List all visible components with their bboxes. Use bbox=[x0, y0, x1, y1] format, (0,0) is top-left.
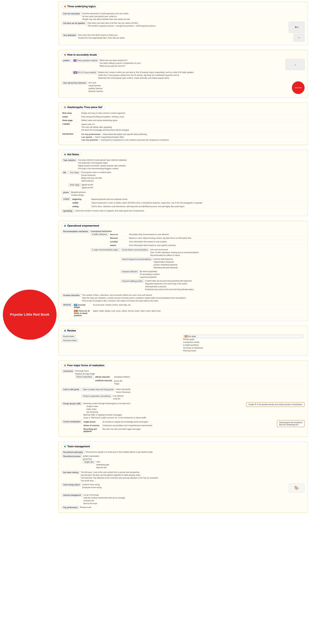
sf-point2: Over 10,000 collections, sharing and re-… bbox=[150, 251, 305, 254]
horse-icon-box: 🐎 bbox=[289, 483, 305, 493]
three-recommendation-content: Social fission recommendation Like and r… bbox=[121, 248, 305, 292]
cash-in-goods-content: Open a potato shop and bring goods Notes… bbox=[81, 388, 305, 401]
narcissistic-point2: No one cares how perfect your content is… bbox=[82, 15, 305, 18]
brand-review-label: Brand review bbox=[62, 335, 76, 338]
beginning-label: beginning bbox=[72, 198, 91, 200]
official-channels-label: official channels bbox=[94, 376, 113, 378]
search-label: search bbox=[109, 244, 128, 247]
ka-point3: Add keywords to pictures bbox=[145, 285, 305, 288]
ts-point1: Focusing method to build popular topic s… bbox=[78, 159, 305, 162]
fm-point3: Determine the most popular topic content… bbox=[98, 77, 305, 80]
picture-row: picture Beautiful pictures Finalize desi… bbox=[62, 191, 305, 196]
operational-dot bbox=[64, 225, 66, 227]
uc-item1: group site bbox=[114, 380, 304, 382]
single-lesson-text: 40 minutes to explain the knowledge poin… bbox=[102, 420, 277, 423]
sweet-potatoes-badge: 🍠 bbox=[74, 310, 78, 312]
recruitment-philosophy-label: Recruitment philosophy bbox=[62, 450, 84, 454]
account-weight-row: ☑ Account weight Account level: number o… bbox=[73, 303, 305, 309]
nh-point3: auditory hammer bbox=[88, 87, 292, 90]
private-domain-content: Generate content through Xiaohongshu to … bbox=[83, 402, 246, 419]
focus-method-row: 10 10-3-1 Focus method Explore the 3 are… bbox=[72, 71, 305, 80]
introduction-row: Introduction I'm very professional — Dat… bbox=[62, 132, 305, 142]
brand-cooperation-row: Brand cooperation official channels Dand… bbox=[75, 375, 305, 386]
fs-point1: Find popular notes on related topics bbox=[81, 171, 305, 174]
pic-point1: Beautiful pictures bbox=[71, 191, 305, 194]
recruitment-philosophy-row: Recruitment philosophy Trial and error q… bbox=[62, 450, 305, 454]
keyword-selection-label: Keyword selection bbox=[121, 270, 139, 273]
rpr-written: written examination bbox=[83, 455, 305, 458]
brand-cooperation-label: Brand cooperation bbox=[75, 375, 93, 378]
sweet-potatoes-label: 🍠 There are 10 levels of sweet potatoes bbox=[73, 310, 92, 317]
pd-type2: Video notes bbox=[86, 408, 246, 411]
keyword-selection-content: By search popularity Fit according to co… bbox=[140, 270, 305, 278]
avatar-row: avatar Real and good-looking (recognitio… bbox=[62, 115, 305, 119]
sf-point1: Like and recommend bbox=[150, 248, 305, 251]
commercial-row: commercial Exchange Items Replace all co… bbox=[62, 370, 305, 387]
narcissistic-point3: People only care about whether their own… bbox=[82, 18, 305, 21]
focus-method-badge: 10 bbox=[73, 72, 77, 74]
series-courses-text: Continuous accumulation and comprehensiv… bbox=[102, 424, 277, 427]
product-cooperation-row: Product cooperation and delivery Live de… bbox=[81, 394, 305, 400]
five-steps-badge: 5 bbox=[185, 335, 187, 338]
rpr-group: group face bbox=[83, 458, 305, 460]
focus-on-row: focus on Information flow formed based o… bbox=[109, 233, 305, 236]
single-idea-label: Single idea bbox=[83, 460, 95, 464]
content-row: content beginning Repeat keywords and us… bbox=[62, 198, 305, 208]
operational-title-text: Operational empowerment bbox=[67, 224, 99, 227]
replace-copy: Replace all copy image bbox=[75, 372, 305, 375]
product-cooperation-label: Product cooperation and delivery bbox=[81, 394, 112, 398]
beginning-content: Repeat keywords and use emphasis words bbox=[91, 198, 305, 200]
typesetting-text: Control the number of words; learn to se… bbox=[75, 209, 305, 212]
ts-point2: Use keywords to find popular topics bbox=[78, 162, 305, 164]
pc-item2: small list bbox=[113, 397, 305, 400]
three-recommendation-label: 3 major recommendation logics bbox=[91, 248, 120, 251]
ts-point3: Highly praised comments, expand popular … bbox=[78, 164, 305, 167]
team-management-title: Team management bbox=[62, 444, 92, 449]
fs-point2: Extract keywords bbox=[81, 174, 305, 177]
horse-icon: 🐎 bbox=[294, 486, 299, 490]
product-cooperation-content: Live delivery small list bbox=[113, 394, 305, 400]
narcissistic-row: Don't be narcissistic Find the intersect… bbox=[62, 12, 305, 21]
ending-row: ending Call for likes, collections and i… bbox=[72, 205, 305, 208]
hot-notes-section: Hot Notes Topic selection Focusing metho… bbox=[58, 150, 308, 216]
pd-content-types: Graphic notes Video notes live streaming bbox=[86, 405, 246, 414]
middle-label: middle bbox=[72, 202, 91, 204]
tq-point1: What have you been praised for? bbox=[100, 59, 286, 62]
cash-in-goods-row: Cash in with goods Open a potato shop an… bbox=[62, 388, 305, 401]
locate-title-text: How to accurately locate bbox=[67, 54, 97, 56]
discover-row: Discover Based on users' daily browsing … bbox=[109, 236, 305, 240]
middle-row: middle Search keywords in notes on Baidu… bbox=[72, 201, 305, 205]
topic-selection-label: Topic selection bbox=[62, 159, 77, 162]
three-questions-label: 3 Three questions method bbox=[72, 59, 99, 62]
course-monetization-content: single lesson 40 minutes to explain the … bbox=[83, 420, 277, 433]
increase-interaction-content: The number of likes, collections, and co… bbox=[82, 294, 305, 302]
focus-method-content: Explore the 3 areas in which you are bes… bbox=[98, 71, 305, 80]
hot-items-point1: Only when you have seen a hit item can y… bbox=[87, 22, 289, 24]
commercial-content: Exchange Items Replace all copy image Br… bbox=[75, 370, 305, 387]
position-content: 3 Three questions method What have you b… bbox=[72, 59, 305, 80]
single-lesson-row: single lesson 40 minutes to explain the … bbox=[83, 420, 277, 424]
personal-review-row: Personal review bbox=[62, 339, 183, 342]
uc-item2: Yingtu bbox=[114, 382, 304, 385]
series-courses-row: Series of courses Continuous accumulatio… bbox=[83, 424, 277, 428]
three-logics-dot bbox=[64, 6, 66, 8]
four-piece-section: Xiaohongshu 'Four-piece Set' Nick name S… bbox=[58, 102, 308, 145]
tq-point3: What do you pay the most for? bbox=[100, 64, 286, 68]
four-steps-label: Four steps bbox=[68, 171, 80, 174]
hr-point1: Content horse racing bbox=[82, 483, 289, 486]
title-content: Four steps Find popular notes on related… bbox=[68, 171, 305, 190]
avatar-content: Real and good-looking (recognition, inti… bbox=[81, 116, 305, 118]
very-dedicated-point1: Give users the most direct reason to fol… bbox=[78, 34, 294, 36]
sk-point2: Segmentation keywords bbox=[154, 260, 305, 264]
nick-name-label: Nick name bbox=[62, 112, 81, 114]
review-content: Brand review Personal review bbox=[62, 335, 183, 343]
five-step5: Planning Action bbox=[183, 349, 305, 352]
home-page-label: Home page bbox=[62, 119, 81, 122]
five-step1: Review goals bbox=[183, 338, 305, 341]
team-title-text: Team management bbox=[67, 445, 90, 448]
operational-empowerment-title: Operational empowerment bbox=[62, 224, 101, 228]
increase-interaction-label: Increase interaction bbox=[62, 294, 81, 297]
fdt-point2: Second pass: Re-duly use the platform al… bbox=[81, 474, 305, 476]
picture-content: Beautiful pictures Finalize design bbox=[71, 191, 305, 196]
five-step4: Summary of experience bbox=[183, 346, 305, 349]
